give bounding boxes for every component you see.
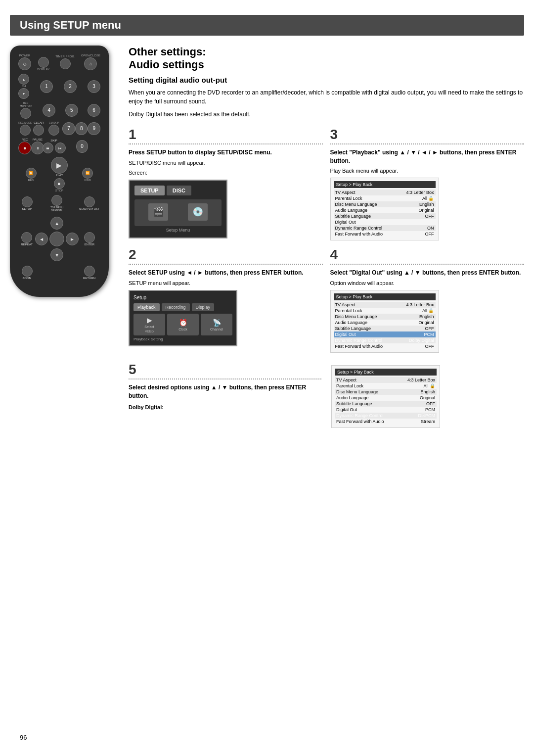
- menu-row: TV Aspect4:3 Letter Box: [334, 302, 436, 308]
- menu-row: Audio LanguageOriginal: [334, 320, 436, 326]
- num1-button[interactable]: 1: [40, 80, 53, 93]
- display-tab: Display: [192, 303, 215, 311]
- step-4: 4 Select "Digital Out" using ▲ / ▼ butto…: [330, 248, 525, 353]
- top-menu-button[interactable]: [51, 195, 62, 206]
- stop-button[interactable]: ⏹: [54, 178, 65, 189]
- clock-label: Clock: [178, 328, 187, 331]
- ch-up-button[interactable]: ▲: [18, 74, 29, 85]
- step5-menu-table: TV Aspect4:3 Letter Box Parental LockAll…: [335, 377, 437, 425]
- cm-skip-label: CM SKIP: [49, 121, 59, 124]
- step4-number: 4: [330, 248, 525, 262]
- return-button[interactable]: [84, 266, 95, 277]
- step1-number: 1: [129, 128, 323, 142]
- skip-label: SKIP: [50, 139, 57, 142]
- step3-number: 3: [330, 128, 525, 142]
- fwd-button[interactable]: ⏩: [82, 168, 93, 179]
- num5-button[interactable]: 5: [65, 104, 78, 117]
- recording-tab: Recording: [162, 303, 190, 311]
- main-content: POWER ⏻ DISPLAY TIMER PROG. OPEN/CLOSE △: [0, 36, 534, 428]
- dpad-up-button[interactable]: ▲: [50, 217, 63, 230]
- rec-monitor-button[interactable]: [20, 108, 31, 119]
- step1-sub-note: Screen:: [129, 170, 323, 176]
- dpad-left-button[interactable]: ◄: [35, 233, 48, 245]
- step1-dots: [129, 143, 323, 144]
- rec-monitor-label: REC MONITOR: [18, 101, 33, 107]
- playback-caption: Playback Setting: [134, 337, 232, 341]
- step1-note: SETUP/DISC menu will appear.: [129, 160, 323, 166]
- num2-button[interactable]: 2: [64, 80, 77, 93]
- step5-row: 5 Select desired options using ▲ / ▼ but…: [129, 363, 524, 428]
- playback-icons-grid: ▶ Select Video ⏰ Clock 📡 Channel: [134, 314, 232, 335]
- step-2: 2 Select SETUP using ◄ / ► buttons, then…: [129, 248, 323, 353]
- disc-icon: 💿: [188, 203, 208, 221]
- skip-fwd-button[interactable]: ⏭: [55, 142, 66, 153]
- rec-mode-label: REC MODE: [18, 121, 32, 124]
- skip-back-button[interactable]: ⏮: [43, 142, 53, 153]
- step2-number: 2: [129, 248, 323, 262]
- open-close-button[interactable]: △: [84, 57, 97, 70]
- menu-row: Parental LockAll 🔒: [334, 308, 436, 314]
- step4-menu-table: TV Aspect4:3 Letter Box Parental LockAll…: [334, 302, 436, 349]
- display-label: DISPLAY: [37, 68, 49, 71]
- enter-button[interactable]: [84, 232, 95, 243]
- dynamic-range-row: Dynamic Range ControlDolby Digital: [334, 337, 436, 343]
- playback-title: Setup: [134, 295, 232, 300]
- menu-playlist-label: MENU PLAY LIST: [79, 207, 99, 210]
- menu-row: Disc Menu LanguageEnglish: [334, 201, 436, 207]
- page-header: Using SETUP menu: [10, 15, 524, 36]
- rec-button[interactable]: ⏺: [18, 142, 31, 154]
- step3-menu-screenshot: Setup > Play Back TV Aspect4:3 Letter Bo…: [330, 178, 439, 240]
- repeat-label: REPEAT: [21, 243, 33, 246]
- step5-number: 5: [129, 363, 321, 377]
- menu-row: Parental LockAll 🔒: [335, 383, 437, 389]
- step-5-left: 5 Select desired options using ▲ / ▼ but…: [129, 363, 321, 428]
- body-text-2: Dolby Digital has been selected as the d…: [129, 110, 524, 119]
- num3-button[interactable]: 3: [88, 80, 100, 93]
- rev-button[interactable]: ⏪: [26, 168, 37, 179]
- menu-row: Subtitle LanguageOFF: [334, 326, 436, 331]
- d-pad: ▲ ▼ ◄ ►: [35, 217, 79, 261]
- num8-button[interactable]: 8: [75, 122, 88, 135]
- step3-instruction: Select "Playback" using ▲ / ▼ / ◄ / ► bu…: [330, 148, 525, 165]
- setup-icon-disc: 💿: [188, 203, 208, 222]
- power-button[interactable]: ⏻: [18, 57, 31, 70]
- clear-label: CLEAR: [34, 121, 44, 124]
- cm-skip-button[interactable]: [48, 125, 59, 136]
- step4-note: Option window will appear.: [330, 280, 525, 286]
- timer-prog-button[interactable]: [60, 58, 71, 69]
- select-video-item: ▶ Select Video: [134, 314, 165, 335]
- play-button[interactable]: ▶: [51, 157, 68, 174]
- repeat-button[interactable]: [21, 232, 32, 243]
- step4-menu-title: Setup > Play Back: [334, 293, 436, 300]
- ch-down-button[interactable]: ▼: [18, 88, 29, 99]
- num0-button[interactable]: 0: [76, 140, 88, 153]
- num7-button[interactable]: 7: [62, 122, 75, 135]
- video-label: Video: [145, 330, 154, 333]
- open-close-label: OPEN/CLOSE: [81, 54, 100, 57]
- step1-instruction: Press SETUP button to display SETUP/DISC…: [129, 148, 323, 157]
- menu-row: Dynamic Range ControlON: [334, 225, 436, 231]
- disc-tab: DISC: [167, 186, 191, 195]
- display-button[interactable]: [38, 57, 49, 68]
- rec-mode-button[interactable]: [20, 125, 31, 136]
- num4-button[interactable]: 4: [43, 104, 55, 117]
- zoom-button[interactable]: [22, 266, 33, 277]
- setup-tab: SETUP: [134, 186, 165, 195]
- dynamic-range-row-5: Dynamic Range ControlD☑PCM: [335, 413, 437, 419]
- film-icon: 🎬: [148, 203, 168, 221]
- menu-row: Digital OutPCM: [335, 407, 437, 413]
- dolby-label: Dolby Digital:: [129, 404, 321, 410]
- step5-instruction: Select desired options using ▲ / ▼ butto…: [129, 383, 321, 400]
- dpad-down-button[interactable]: ▼: [50, 248, 63, 261]
- setup-icon-film: 🎬: [148, 203, 168, 222]
- num6-button[interactable]: 6: [88, 104, 100, 117]
- dpad-right-button[interactable]: ►: [66, 233, 79, 245]
- num9-button[interactable]: 9: [88, 122, 100, 135]
- step3-menu-title: Setup > Play Back: [334, 181, 436, 188]
- setup-button[interactable]: [22, 196, 33, 207]
- body-text-1: When you are connecting the DVD recorder…: [129, 88, 524, 106]
- clear-button[interactable]: [33, 125, 44, 136]
- menu-playlist-button[interactable]: [84, 196, 95, 207]
- step3-menu-table: TV Aspect4:3 Letter Box Parental LockAll…: [334, 189, 436, 237]
- steps-grid: 1 Press SETUP button to display SETUP/DI…: [129, 128, 524, 353]
